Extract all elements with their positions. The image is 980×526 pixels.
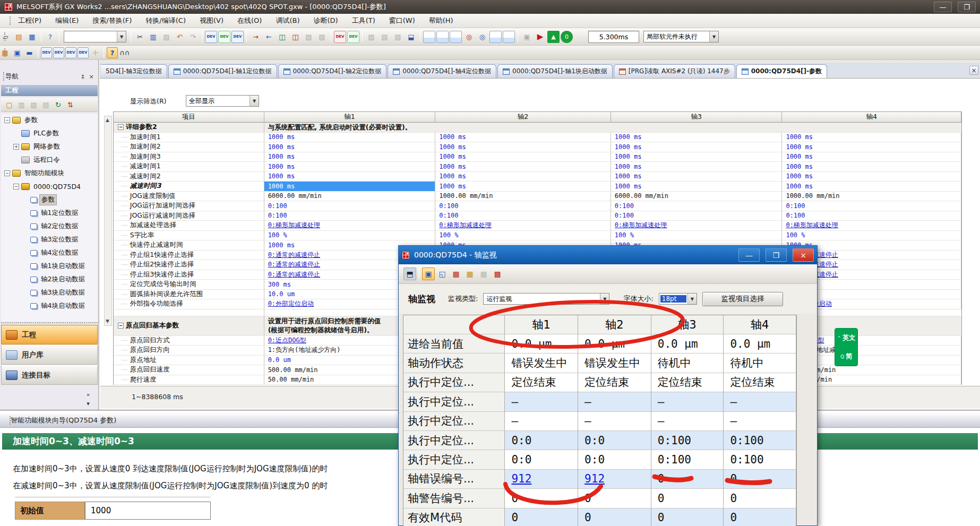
parameter-value-axis3[interactable]: 1000 ms [611, 172, 783, 182]
module-error-icon[interactable]: ▩ [491, 268, 504, 280]
monitor-value-axis3[interactable]: 0:100 [651, 450, 724, 469]
parameter-name-cell[interactable]: ····S字比率 [114, 231, 264, 241]
parameter-value-axis3[interactable]: 0:梯形加减速处理 [611, 221, 783, 231]
inactive1-icon[interactable]: ▨ [365, 31, 377, 43]
camera-icon[interactable]: ▣ [521, 31, 533, 43]
trace3-icon[interactable] [450, 31, 462, 43]
collapse-icon[interactable]: − [118, 323, 124, 329]
scroll-down-icon[interactable]: ▼ [106, 319, 110, 324]
sampling1-icon[interactable] [489, 31, 502, 43]
ime-chevron-icon[interactable]: ⌃ [837, 335, 841, 341]
window-layout-icon[interactable]: ▦ [0, 47, 11, 58]
tab-2[interactable]: 0000:QD75D4[]-轴1定位数据 [168, 64, 277, 78]
tree-item-10[interactable]: 轴3定位数据 [1, 233, 98, 246]
parameter-value-axis1[interactable]: 100 % [264, 231, 436, 241]
monitor-value-axis1[interactable]: 0.0 μm [505, 334, 578, 353]
tree-item-3[interactable]: +网络参数 [1, 140, 98, 153]
tab-6[interactable]: [PRG]读取 AXIS#2 (只读) 1447步 [614, 64, 735, 78]
trace2-icon[interactable] [436, 31, 449, 43]
nav-button-userlib[interactable]: 用户库 [1, 345, 98, 365]
device-test-icon[interactable]: DEV [231, 31, 244, 43]
vertical-scrollbar[interactable]: ▲ ▼ [104, 116, 112, 326]
menu-item-10[interactable]: 窗口(W) [389, 16, 415, 25]
pin-icon[interactable]: ‡ [79, 72, 87, 81]
parameter-name-cell[interactable]: ····原点回归速度 [114, 365, 264, 375]
tree-item-15[interactable]: 轴4块启动数据 [1, 299, 98, 313]
monitor-title-bar[interactable]: 0000:QD75D4 - 轴监视 — ❐ × [399, 246, 817, 264]
device-batch-icon[interactable]: DEV [334, 31, 346, 43]
parameter-name-cell[interactable]: ····停止组1快速停止选择 [114, 251, 264, 261]
monitor-value-axis2[interactable]: 定位结束 [578, 373, 651, 392]
parameter-value-axis1[interactable]: 1000 ms [264, 133, 436, 143]
ime-language-panel[interactable]: ⌃英文 Q简 [835, 328, 858, 366]
new-data-icon[interactable]: ▢ [4, 99, 15, 110]
inactive-icon[interactable]: ▦ [477, 268, 490, 280]
parameter-value-axis2[interactable]: 1000 ms [435, 182, 611, 192]
tab-3[interactable]: 0000:QD75D4[]-轴2定位数据 [278, 64, 387, 78]
monitor-stop-icon[interactable]: ◫ [289, 31, 302, 43]
parameter-name-cell[interactable]: ····圆弧插补间误差允许范围 [114, 290, 264, 300]
tab-close-button[interactable]: × [969, 66, 978, 75]
parameter-name-cell[interactable]: ····爬行速度 [114, 375, 264, 385]
module-help-icon[interactable]: ? [107, 47, 118, 58]
parameter-value-axis2[interactable]: 0:100 [435, 211, 611, 221]
menu-item-2[interactable]: 编辑(E) [55, 16, 79, 25]
read-from-plc-icon[interactable]: ← [263, 31, 275, 43]
monitor-value-axis3[interactable]: 0 [651, 470, 724, 489]
open-project-icon[interactable]: ▤ [13, 31, 25, 43]
tab-7[interactable]: 0000:QD75D4[]-参数 [736, 64, 827, 78]
run-icon[interactable]: ▶ [534, 31, 546, 43]
monitor-value-axis3[interactable]: – [651, 392, 724, 411]
parameter-value-axis4[interactable]: 1000 ms [782, 133, 961, 143]
collapse-icon[interactable]: − [4, 117, 10, 123]
parameter-value-axis2[interactable]: 0:100 [435, 201, 611, 211]
parameter-value-axis2[interactable]: 1000.00 mm/min [435, 192, 611, 202]
parameter-value-axis1[interactable]: 1000 ms [264, 152, 436, 162]
expand-icon[interactable]: + [13, 144, 19, 150]
monitor-value-axis1[interactable]: 定位结束 [505, 373, 578, 392]
info-icon[interactable]: 0 [561, 31, 573, 43]
new-project-icon[interactable]: ▱ [0, 31, 12, 43]
parameter-value-axis1[interactable]: 1000 ms [264, 172, 436, 182]
tree-item-5[interactable]: −智能功能模块 [1, 167, 98, 180]
save-project-icon[interactable]: ▦ [26, 31, 38, 43]
monitor-item-select-button[interactable]: 监视项目选择 [702, 292, 783, 306]
monitor-value-axis2[interactable]: 0:0 [578, 431, 651, 450]
monitor-start-icon[interactable]: ▣ [422, 268, 435, 280]
parameter-value-axis1[interactable]: 0:100 [264, 201, 436, 211]
menu-item-7[interactable]: 调试(B) [276, 16, 299, 25]
monitor-value-axis4[interactable]: 待机中 [724, 353, 796, 373]
warning-table-icon[interactable]: ▦ [463, 268, 476, 280]
menu-item-3[interactable]: 搜索/替换(F) [92, 16, 132, 25]
refresh-icon[interactable]: ↻ [53, 99, 64, 110]
device-mem1-icon[interactable]: DEV [41, 47, 52, 58]
parameter-value-axis1[interactable]: 6000.00 mm/min [264, 192, 436, 202]
toolbar-combo[interactable]: ▼ [64, 31, 126, 42]
parameter-name-cell[interactable]: ····减速时间2 [114, 172, 264, 182]
nav-button-project[interactable]: 工程 [1, 325, 98, 344]
device-mem2-icon[interactable]: DEV [53, 47, 64, 58]
monitor-value-axis4[interactable]: 0 [724, 470, 796, 489]
device-execution-select[interactable]: 局部软元件未执行 ▼ [643, 31, 719, 42]
parameter-value-axis2[interactable]: 100 % [435, 231, 611, 241]
monitor-value-axis3[interactable]: 待机中 [651, 353, 724, 373]
menu-item-6[interactable]: 在线(O) [237, 16, 262, 25]
monitor-value-axis4[interactable]: 0:100 [724, 431, 796, 450]
find-module-icon[interactable]: ◎ [476, 31, 488, 43]
device-comment-icon[interactable]: DEV [205, 31, 217, 43]
menu-item-8[interactable]: 诊断(D) [313, 16, 338, 25]
parameter-value-axis1[interactable]: 1000 ms [264, 182, 436, 192]
sort-filter-icon[interactable]: ⇅ [65, 99, 76, 110]
parameter-name-cell[interactable]: ····停止组3快速停止选择 [114, 270, 264, 280]
parameter-name-cell[interactable]: ····JOG速度限制值 [114, 192, 264, 202]
parameter-value-axis3[interactable]: 1000 ms [611, 162, 783, 172]
chevron-down-icon[interactable]: ▾ [87, 400, 90, 407]
parameter-value-axis4[interactable]: 100 % [782, 231, 961, 241]
monitor-value-axis4[interactable]: 定位结束 [724, 373, 796, 392]
parameter-value-axis2[interactable]: 1000 ms [435, 152, 611, 162]
parameter-value-axis4[interactable]: 1000 ms [782, 182, 961, 192]
parameter-value-axis4[interactable]: 0:100 [782, 211, 961, 221]
scroll-up-icon[interactable]: ▲ [106, 118, 110, 123]
menu-item-11[interactable]: 帮助(H) [429, 16, 453, 25]
parameter-name-cell[interactable]: ····JOG运行减速时间选择 [114, 211, 264, 221]
